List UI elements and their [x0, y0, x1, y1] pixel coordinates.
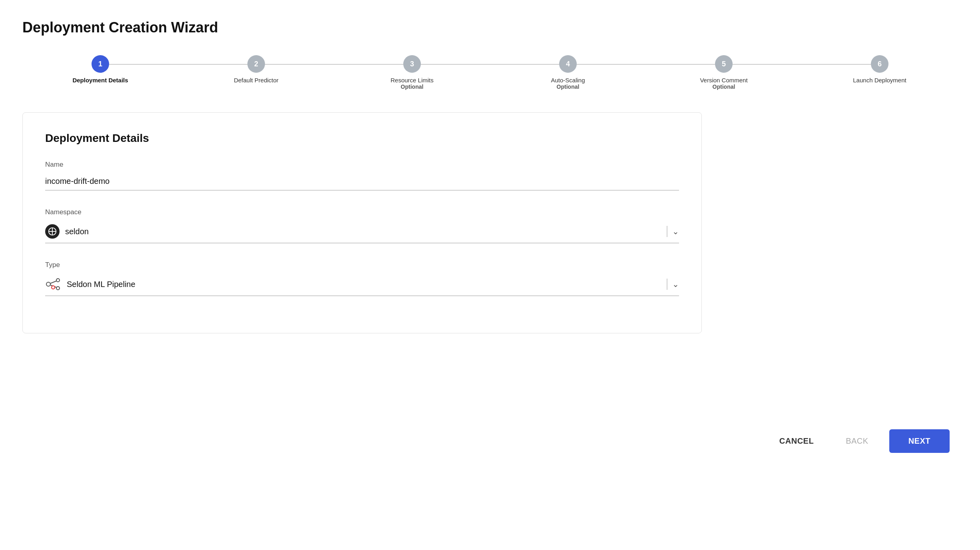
page-title: Deployment Creation Wizard: [22, 19, 958, 36]
step-2-circle: 2: [247, 55, 265, 73]
type-field-container: Type Seldon ML Pipeline: [45, 261, 679, 296]
step-3-label: Resource Limits: [390, 77, 434, 84]
step-5-circle: 5: [715, 55, 733, 73]
namespace-select[interactable]: seldon ⌄: [45, 220, 679, 243]
type-chevron-down-icon: ⌄: [672, 279, 679, 289]
stepper: 1 Deployment Details 2 Default Predictor…: [22, 55, 958, 90]
step-5: 5 Version Comment Optional: [646, 55, 802, 90]
step-4-optional: Optional: [551, 84, 585, 90]
name-input[interactable]: [45, 173, 679, 191]
svg-point-9: [52, 286, 54, 289]
svg-point-3: [46, 282, 50, 286]
namespace-label: Namespace: [45, 208, 679, 216]
step-5-label: Version Comment: [700, 77, 747, 84]
type-value: Seldon ML Pipeline: [67, 280, 135, 289]
step-1-circle: 1: [92, 55, 109, 73]
namespace-value: seldon: [65, 227, 89, 236]
step-2-label: Default Predictor: [234, 77, 279, 84]
svg-point-4: [56, 279, 60, 282]
type-select-divider: [667, 279, 667, 290]
namespace-icon: [45, 224, 60, 239]
step-4-circle: 4: [559, 55, 577, 73]
select-divider: [667, 226, 667, 237]
step-5-optional: Optional: [700, 84, 747, 90]
chevron-down-icon: ⌄: [672, 227, 679, 236]
step-6: 6 Launch Deployment: [802, 55, 958, 84]
pipeline-icon: [45, 277, 61, 291]
next-button[interactable]: NEXT: [889, 429, 950, 453]
step-6-circle: 6: [871, 55, 888, 73]
footer: CANCEL BACK NEXT: [22, 429, 958, 453]
svg-line-6: [50, 281, 56, 283]
namespace-field-container: Namespace seldon ⌄: [45, 208, 679, 243]
step-3: 3 Resource Limits Optional: [334, 55, 490, 90]
step-3-circle: 3: [403, 55, 421, 73]
type-select[interactable]: Seldon ML Pipeline ⌄: [45, 273, 679, 296]
form-section-title: Deployment Details: [45, 132, 679, 145]
svg-point-5: [56, 287, 60, 290]
step-6-label: Launch Deployment: [853, 77, 906, 84]
step-3-optional: Optional: [390, 84, 434, 90]
step-4-label: Auto-Scaling: [551, 77, 585, 84]
step-1: 1 Deployment Details: [22, 55, 178, 84]
cancel-button[interactable]: CANCEL: [768, 429, 825, 453]
form-section: Deployment Details Name Namespace seldon…: [22, 112, 702, 333]
name-field-container: Name: [45, 161, 679, 191]
step-2: 2 Default Predictor: [178, 55, 334, 84]
back-button: BACK: [835, 429, 879, 453]
step-1-label: Deployment Details: [72, 77, 128, 84]
name-label: Name: [45, 161, 679, 169]
step-4: 4 Auto-Scaling Optional: [490, 55, 646, 90]
type-label: Type: [45, 261, 679, 269]
